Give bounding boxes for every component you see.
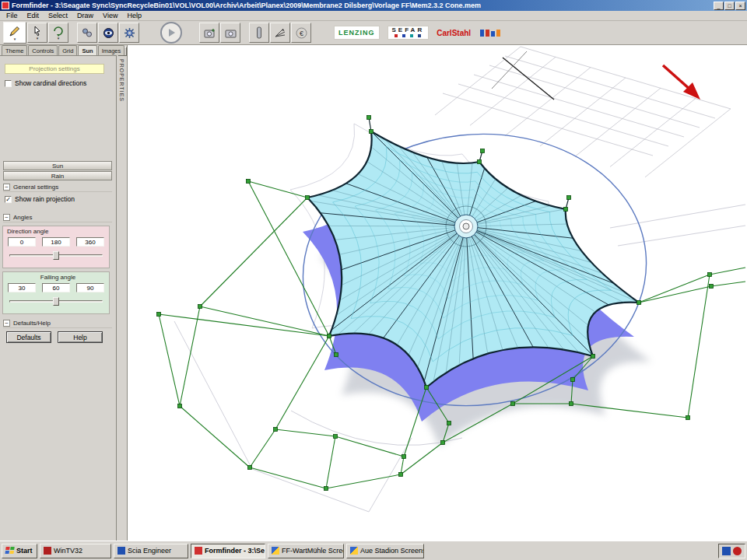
tools-button[interactable]: [77, 23, 97, 43]
carlstahl-logo: CarlStahl: [437, 29, 471, 37]
menu-file[interactable]: File: [2, 12, 23, 19]
app-icon: [2, 2, 9, 9]
collapse-icon[interactable]: −: [3, 320, 10, 327]
start-button[interactable]: Start: [2, 544, 37, 558]
show-cardinal-checkbox[interactable]: [5, 80, 12, 87]
paint-icon: [272, 547, 279, 555]
sun-header-button[interactable]: Sun: [3, 161, 112, 170]
system-tray: [718, 544, 745, 558]
column-tool-button[interactable]: [249, 23, 269, 43]
window-title: Formfinder - 3:\Seagate Sync\SyncRecycle…: [12, 2, 713, 9]
projection-settings-banner: Projection settings: [5, 64, 104, 74]
menu-bar: File Edit Select Draw View Help: [0, 11, 747, 21]
direction-value-field[interactable]: 180: [42, 237, 70, 247]
defaults-button[interactable]: Defaults: [6, 331, 51, 343]
tab-sun[interactable]: Sun: [78, 45, 96, 55]
task-ff-wartmuehle[interactable]: FF-WartMühle Screensh...: [268, 544, 344, 558]
play-icon: [167, 28, 176, 37]
tab-images[interactable]: Images: [98, 45, 125, 55]
taskbar: Start WinTV32 Scia Engineer Formfinder -…: [0, 541, 747, 560]
maximize-button[interactable]: □: [724, 2, 735, 10]
title-bar: Formfinder - 3:\Seagate Sync\SyncRecycle…: [0, 0, 747, 11]
tab-controls[interactable]: Controls: [28, 45, 58, 55]
close-button[interactable]: ×: [735, 2, 745, 10]
tray-blue-icon[interactable]: [722, 547, 731, 555]
general-settings-section[interactable]: − General settings: [3, 183, 112, 192]
screenshot-button[interactable]: [220, 23, 240, 43]
paint-icon: [350, 547, 358, 555]
properties-strip: ◂ PROPERTIES: [117, 45, 128, 541]
camera-plus-icon: [204, 28, 216, 38]
task-wintv32[interactable]: WinTV32: [40, 544, 111, 558]
viewport-3d[interactable]: [128, 45, 747, 541]
load-arrows-button[interactable]: [270, 23, 290, 43]
pencil-dropdown-arrow[interactable]: ▾: [14, 37, 16, 40]
slider-thumb[interactable]: [53, 297, 59, 306]
play-formfinding-button[interactable]: [160, 22, 182, 44]
panel-tabs: Theme Controls Grid Sun Images: [0, 45, 116, 56]
wrench-icon: [82, 27, 93, 38]
collapse-icon[interactable]: −: [3, 214, 10, 221]
sun-settings-panel: Theme Controls Grid Sun Images Projectio…: [0, 45, 117, 541]
settings-gear-button[interactable]: [119, 23, 139, 43]
falling-max-field[interactable]: 90: [76, 283, 104, 292]
screenshot-add-button[interactable]: [199, 23, 219, 43]
toolbar: ▾ ▾ ▾: [0, 21, 747, 45]
show-cardinal-label: Show cardinal directions: [15, 79, 86, 87]
camera-icon: [225, 28, 237, 38]
defaults-help-section[interactable]: − Defaults/Help: [3, 319, 112, 328]
show-rain-checkbox[interactable]: ✓: [5, 196, 12, 203]
lenzing-logo: LENZING: [334, 26, 380, 40]
direction-angle-slider[interactable]: [9, 250, 103, 261]
properties-tab[interactable]: PROPERTIES: [119, 59, 124, 102]
globe-eye-icon: [103, 27, 114, 39]
menu-help[interactable]: Help: [122, 12, 146, 19]
wintv-icon: [44, 547, 51, 555]
column-icon: [255, 26, 263, 39]
formfinder-icon: [195, 547, 202, 555]
windows-logo-icon: [5, 547, 14, 555]
falling-angle-label: Falling angle: [3, 272, 109, 281]
falling-value-field[interactable]: 60: [42, 283, 70, 292]
menu-edit[interactable]: Edit: [23, 12, 44, 19]
tab-theme[interactable]: Theme: [2, 45, 27, 55]
scia-icon: [117, 547, 125, 555]
falling-angle-panel: Falling angle 30 60 90: [2, 271, 110, 314]
view-globe-button[interactable]: [98, 23, 118, 43]
menu-select[interactable]: Select: [44, 12, 72, 19]
direction-min-field[interactable]: 0: [8, 237, 36, 247]
minimize-button[interactable]: _: [714, 2, 724, 10]
menu-draw[interactable]: Draw: [72, 12, 98, 19]
falling-min-field[interactable]: 30: [8, 283, 36, 292]
rain-header-button[interactable]: Rain: [3, 171, 112, 180]
direction-max-field[interactable]: 360: [76, 237, 104, 247]
slider-thumb[interactable]: [53, 251, 59, 260]
cost-euro-button[interactable]: €: [291, 23, 311, 43]
task-aue-stadion[interactable]: Aue Stadion Screenshot ...: [346, 544, 424, 558]
euro-icon: €: [296, 27, 307, 39]
menu-view[interactable]: View: [98, 12, 122, 19]
compass-grid: [435, 47, 731, 177]
angles-section[interactable]: − Angles: [3, 213, 112, 222]
tray-red-icon[interactable]: [733, 547, 742, 555]
gear-icon: [124, 27, 135, 39]
rotate-icon: [53, 26, 64, 37]
partner-color-logo: [480, 30, 500, 37]
show-cardinal-row: Show cardinal directions: [5, 79, 86, 87]
cursor-dropdown-arrow[interactable]: ▾: [37, 37, 39, 40]
select-cursor-button[interactable]: ▾: [27, 23, 47, 43]
show-rain-label: Show rain projection: [15, 195, 75, 203]
task-formfinder[interactable]: Formfinder - 3:\Seaga...: [191, 544, 265, 558]
show-rain-row: ✓ Show rain projection: [5, 195, 75, 203]
draw-pencil-button[interactable]: ▾: [3, 22, 26, 44]
help-button[interactable]: Help: [58, 331, 103, 343]
rotate-view-button[interactable]: ▾: [48, 23, 68, 43]
direction-angle-panel: Direction angle 0 180 360: [2, 226, 110, 268]
task-scia-engineer[interactable]: Scia Engineer: [114, 544, 188, 558]
svg-text:€: €: [299, 29, 303, 37]
falling-angle-slider[interactable]: [9, 296, 103, 306]
rotate-dropdown-arrow[interactable]: ▾: [58, 37, 60, 40]
collapse-icon[interactable]: −: [3, 184, 10, 191]
formfinder-window: Formfinder - 3:\Seagate Sync\SyncRecycle…: [0, 0, 747, 560]
tab-grid[interactable]: Grid: [58, 45, 77, 55]
